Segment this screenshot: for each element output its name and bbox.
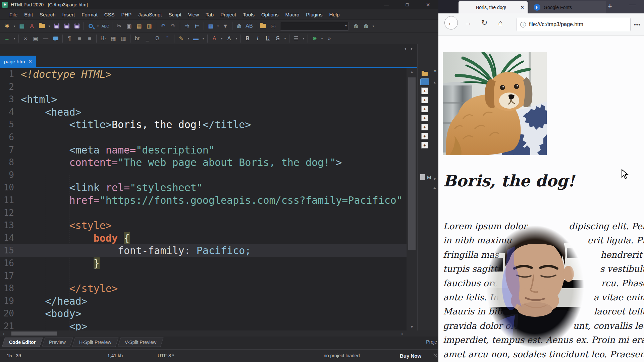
scroll-left-icon[interactable]: ◂: [0, 330, 7, 337]
outdent-icon[interactable]: ⇇: [192, 21, 202, 31]
panel-add-button[interactable]: +: [421, 106, 428, 112]
panel-document-icon[interactable]: [420, 174, 425, 180]
code-editor-area[interactable]: 1<!doctype HTML>23<html>4 <head>5 <title…: [0, 68, 407, 330]
table-view-dropdown-icon[interactable]: ▾: [216, 21, 220, 31]
view-tab-preview[interactable]: Preview: [42, 338, 73, 347]
open-web-document-icon[interactable]: ▦: [17, 21, 27, 31]
find-in-files-icon[interactable]: [258, 21, 268, 31]
nbsp-icon[interactable]: _: [142, 34, 152, 43]
menu-macro[interactable]: Macro: [282, 10, 303, 19]
image-icon[interactable]: ▣: [31, 34, 41, 43]
menu-file[interactable]: File: [6, 10, 21, 19]
tab-scroll-right-icon[interactable]: ▸: [411, 46, 413, 51]
menu-php[interactable]: PHP: [118, 10, 135, 19]
menu-format[interactable]: Format: [78, 10, 101, 19]
bold-icon[interactable]: B: [243, 34, 253, 43]
back-icon[interactable]: ←: [2, 34, 12, 43]
open-dropdown-icon[interactable]: ▾: [47, 21, 52, 31]
template-document-icon[interactable]: A: [27, 21, 37, 31]
find-next-icon[interactable]: ⋒: [361, 21, 371, 31]
ordered-list-icon[interactable]: ≡: [74, 34, 85, 43]
search-icon[interactable]: [86, 21, 96, 31]
quote-icon[interactable]: ": [162, 34, 172, 43]
search-dropdown-icon[interactable]: ▾: [96, 21, 100, 31]
editor-maximize-button[interactable]: □: [397, 0, 418, 9]
font-decrease-dropdown-icon[interactable]: ▾: [234, 34, 239, 43]
new-file-dropdown-icon[interactable]: ▾: [12, 21, 17, 31]
highlight-dropdown-icon[interactable]: ▾: [201, 34, 206, 43]
editor-close-button[interactable]: ✕: [418, 0, 438, 9]
scroll-right-icon[interactable]: ▸: [399, 330, 406, 337]
highlight-icon[interactable]: ▬: [191, 34, 201, 43]
heading-icon[interactable]: H·: [98, 34, 108, 43]
redo-icon[interactable]: ↷: [168, 21, 178, 31]
copy-icon[interactable]: ▣: [124, 21, 134, 31]
back-button[interactable]: ←: [444, 16, 458, 29]
table-icon[interactable]: ▦: [108, 34, 118, 43]
strikethrough-icon[interactable]: S: [273, 34, 283, 43]
browser-tab-close-icon[interactable]: ✕: [520, 5, 524, 10]
italic-icon[interactable]: I: [253, 34, 263, 43]
underline-icon[interactable]: U: [263, 34, 273, 43]
menu-tools[interactable]: Tools: [239, 10, 258, 19]
comment-icon[interactable]: [51, 34, 61, 43]
align-dropdown-icon[interactable]: ▾: [301, 34, 306, 43]
paste-special-icon[interactable]: ▥: [144, 21, 154, 31]
code-horizontal-scrollbar[interactable]: ◂ ▸: [0, 330, 438, 337]
menu-plugins[interactable]: Plugins: [303, 10, 326, 19]
page-actions-icon[interactable]: •••: [634, 22, 641, 28]
menu-help[interactable]: Help: [326, 10, 343, 19]
tab-scroll-left-icon[interactable]: ◂: [404, 46, 406, 51]
panel-add-button[interactable]: +: [421, 97, 428, 103]
toolbar-overflow-icon[interactable]: »: [324, 34, 334, 43]
find-dropdown-icon[interactable]: ▾: [371, 21, 376, 31]
menu-options[interactable]: Options: [258, 10, 282, 19]
save-as-icon[interactable]: [72, 21, 82, 31]
filter-icon[interactable]: ▼: [220, 21, 230, 31]
buy-now-button[interactable]: Buy Now: [400, 353, 421, 359]
view-tab-code-editor[interactable]: Code Editor: [2, 338, 43, 347]
resize-grip[interactable]: [433, 354, 437, 358]
save-all-icon[interactable]: [62, 21, 72, 31]
panel-add-button[interactable]: +: [421, 87, 428, 94]
unordered-list-icon[interactable]: ≡: [85, 34, 95, 43]
pencil-icon[interactable]: ✎: [176, 34, 186, 43]
align-icon[interactable]: ☰: [291, 34, 301, 43]
horizontal-rule-icon[interactable]: —: [41, 34, 51, 43]
pilcrow-icon[interactable]: ¶: [64, 34, 74, 43]
font-increase-icon[interactable]: A: [209, 34, 219, 43]
browser-minimize-button[interactable]: —: [629, 1, 636, 8]
panel-chevrons-icon[interactable]: »: [434, 68, 436, 73]
indent-icon[interactable]: ⇉: [182, 21, 192, 31]
line-break-icon[interactable]: br: [132, 34, 142, 43]
table-view-icon[interactable]: ▦: [206, 21, 216, 31]
code-braces-icon[interactable]: {··}: [268, 21, 278, 31]
undo-icon[interactable]: ↶: [158, 21, 168, 31]
replace-icon[interactable]: AB: [244, 21, 254, 31]
panel-add-button[interactable]: +: [421, 133, 428, 139]
menu-edit[interactable]: Edit: [21, 10, 36, 19]
menu-search[interactable]: Search: [36, 10, 59, 19]
publish-icon[interactable]: ⊕: [310, 34, 320, 43]
panel-scroll-up-icon[interactable]: ▲: [432, 80, 437, 84]
quick-search-combobox[interactable]: [280, 22, 349, 31]
url-bar[interactable]: i file:///c:/tmp3/page.htm: [517, 18, 631, 31]
menu-insert[interactable]: Insert: [59, 10, 78, 19]
panel-folder-icon[interactable]: [422, 72, 428, 76]
new-file-icon[interactable]: ✱: [2, 21, 12, 31]
browser-tab-boris[interactable]: Boris, the dog! ✕: [459, 1, 528, 13]
view-tab-h-split-preview[interactable]: H-Split Preview: [72, 338, 119, 347]
document-tab-close-icon[interactable]: ✕: [29, 59, 32, 64]
menu-view[interactable]: View: [185, 10, 202, 19]
document-tab-page-htm[interactable]: page.htm ✕: [0, 56, 36, 67]
font-increase-dropdown-icon[interactable]: ▾: [219, 34, 224, 43]
menu-css[interactable]: CSS: [101, 10, 118, 19]
menu-javascript[interactable]: JavaScript: [135, 10, 165, 19]
find-icon[interactable]: ⋒: [234, 21, 244, 31]
horizontal-scroll-thumb[interactable]: [11, 331, 57, 336]
forward-button[interactable]: →: [465, 18, 472, 27]
omega-icon[interactable]: Ω: [152, 34, 162, 43]
publish-dropdown-icon[interactable]: ▾: [320, 34, 324, 43]
code-vertical-scrollbar[interactable]: ▲ ▼: [407, 68, 417, 330]
strikethrough-dropdown-icon[interactable]: ▾: [283, 34, 287, 43]
